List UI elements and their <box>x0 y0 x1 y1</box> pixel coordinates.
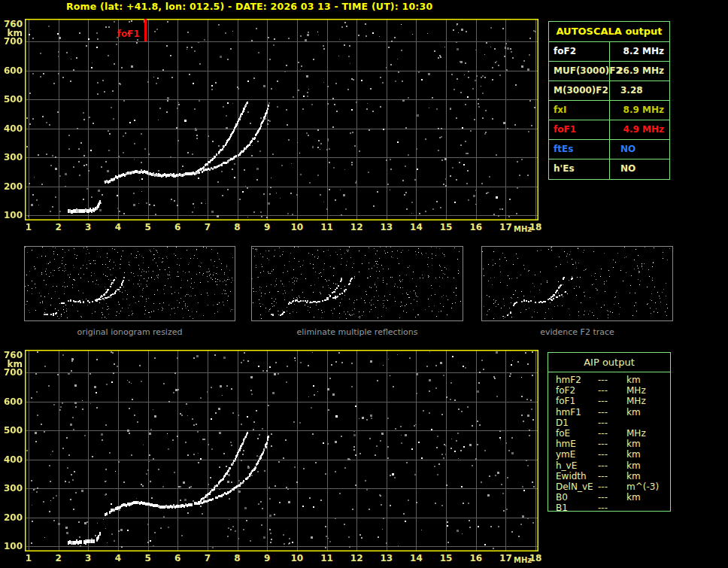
x-tick-label: 15 <box>437 222 455 232</box>
y-tick-label: 500 <box>0 425 23 436</box>
aip-value-cell: --- <box>598 503 626 513</box>
autoscala-row-ftEs: ftEsNO <box>549 140 669 159</box>
x-tick-label: 11 <box>318 553 336 563</box>
aip-output-table: AIP output hmF2---kmfoF2---MHzfoF1---MHz… <box>548 352 671 512</box>
aip-value-cell: --- <box>598 481 626 492</box>
y-tick-label: 300 <box>0 152 23 163</box>
aip-param-cell: B0 <box>548 492 598 503</box>
page-title: Rome (lat: +41.8, lon: 012.5) - DATE: 20… <box>66 1 432 12</box>
x-tick-label: 14 <box>407 553 425 563</box>
x-tick-label: 16 <box>467 222 485 232</box>
aip-param-cell: foF1 <box>548 396 598 406</box>
x-tick-label: 2 <box>50 553 68 563</box>
x-tick-label: 9 <box>258 222 276 232</box>
param-value-cell: 8.2 MHz <box>610 42 669 61</box>
autoscala-row-fxI: fxI8.9 MHz <box>549 101 669 120</box>
param-name-cell: ftEs <box>549 140 610 159</box>
param-name-cell: fxI <box>549 101 610 120</box>
param-name-cell: h'Es <box>549 159 610 179</box>
y-tick-label: 300 <box>0 483 23 494</box>
aip-value-cell: --- <box>598 471 626 481</box>
aip-row-foF2: foF2---MHz <box>548 385 670 396</box>
autoscala-row-foF2: foF28.2 MHz <box>549 42 669 62</box>
param-name-cell: MUF(3000)F2 <box>549 62 610 80</box>
x-tick-label: 3 <box>79 553 97 563</box>
autoscala-row-h'Es: h'EsNO <box>549 159 669 179</box>
aip-unit-cell: MHz <box>626 428 670 439</box>
autoscala-app-window: Rome (lat: +41.8, lon: 012.5) - DATE: 20… <box>0 0 728 568</box>
x-tick-label: 7 <box>199 553 217 563</box>
y-axis-unit-label: km <box>0 359 23 369</box>
autoscala-row-foF1: foF14.9 MHz <box>549 120 669 140</box>
aip-value-cell: --- <box>598 439 626 449</box>
x-tick-label: 14 <box>407 222 425 232</box>
aip-unit-cell: km <box>626 471 670 481</box>
aip-param-cell: foE <box>548 428 598 439</box>
autoscala-table-rows: foF28.2 MHzMUF(3000)F226.9 MHzM(3000)F23… <box>549 42 669 179</box>
param-name-cell: foF1 <box>549 120 610 139</box>
param-name-cell: foF2 <box>549 42 610 61</box>
aip-unit-cell <box>626 503 670 513</box>
x-tick-label: 12 <box>347 222 366 232</box>
x-tick-label: 4 <box>109 222 127 232</box>
x-tick-label: 16 <box>467 553 485 563</box>
x-tick-label: 11 <box>318 222 336 232</box>
thumbnail-caption: eliminate multiple reflections <box>251 327 463 337</box>
x-tick-label: 1 <box>20 553 38 563</box>
x-tick-label: 13 <box>378 222 396 232</box>
x-tick-label: 13 <box>378 553 396 563</box>
aip-unit-cell: km <box>626 460 670 471</box>
autoscala-table-title: AUTOSCALA output <box>549 22 669 42</box>
aip-param-cell: D1 <box>548 418 598 428</box>
fof1-annotation-label: foF1 <box>117 29 140 39</box>
x-tick-label: 8 <box>229 222 247 232</box>
aip-unit-cell: MHz <box>626 385 670 396</box>
param-value-cell: NO <box>610 140 669 159</box>
aip-param-cell: DelN_vE <box>548 481 598 492</box>
aip-table-rows: hmF2---kmfoF2---MHzfoF1---MHzhmF1---kmD1… <box>548 372 670 513</box>
x-tick-label: 1 <box>20 222 38 232</box>
aip-unit-cell: MHz <box>626 396 670 406</box>
y-tick-label: 400 <box>0 123 23 134</box>
x-tick-label: 5 <box>139 222 157 232</box>
x-tick-label: 7 <box>199 222 217 232</box>
x-tick-label: 17 <box>496 553 514 563</box>
y-tick-label: 200 <box>0 512 23 523</box>
ionogram-canvas-bottom <box>25 350 538 551</box>
aip-value-cell: --- <box>598 396 626 406</box>
param-name-cell: M(3000)F2 <box>549 81 610 100</box>
aip-row-foE: foE---MHz <box>548 428 670 439</box>
x-tick-label: 2 <box>50 222 68 232</box>
y-tick-label: 500 <box>0 94 23 105</box>
aip-value-cell: --- <box>598 460 626 471</box>
y-tick-label: 600 <box>0 65 23 76</box>
x-axis-unit-label: MHz <box>514 556 532 564</box>
thumbnail-original-ionogram: original ionogram resized <box>24 246 235 337</box>
aip-row-hmF1: hmF1---km <box>548 407 670 418</box>
aip-unit-cell: m^(-3) <box>626 481 670 492</box>
aip-param-cell: B1 <box>548 503 598 513</box>
aip-value-cell: --- <box>598 385 626 396</box>
y-tick-label: 400 <box>0 454 23 465</box>
aip-row-hmE: hmE---km <box>548 439 670 449</box>
aip-value-cell: --- <box>598 375 626 385</box>
thumbnail-caption: original ionogram resized <box>24 327 235 337</box>
aip-value-cell: --- <box>598 418 626 428</box>
aip-param-cell: hmF2 <box>548 375 598 385</box>
aip-value-cell: --- <box>598 407 626 418</box>
x-tick-label: 8 <box>229 553 247 563</box>
aip-unit-cell: km <box>626 375 670 385</box>
x-tick-label: 6 <box>168 222 187 232</box>
param-value-cell: 26.9 MHz <box>610 62 669 80</box>
aip-row-ymE: ymE---km <box>548 449 670 460</box>
y-tick-label: 100 <box>0 541 23 551</box>
aip-param-cell: ymE <box>548 449 598 460</box>
aip-unit-cell: km <box>626 492 670 503</box>
thumbnail-caption: evidence F2 trace <box>481 327 673 337</box>
param-value-cell: 4.9 MHz <box>610 120 669 139</box>
aip-row-foF1: foF1---MHz <box>548 396 670 406</box>
x-tick-label: 9 <box>258 553 276 563</box>
aip-row-hmF2: hmF2---km <box>548 375 670 385</box>
y-tick-label: 200 <box>0 181 23 192</box>
aip-row-Ewidth: Ewidth---km <box>548 471 670 481</box>
